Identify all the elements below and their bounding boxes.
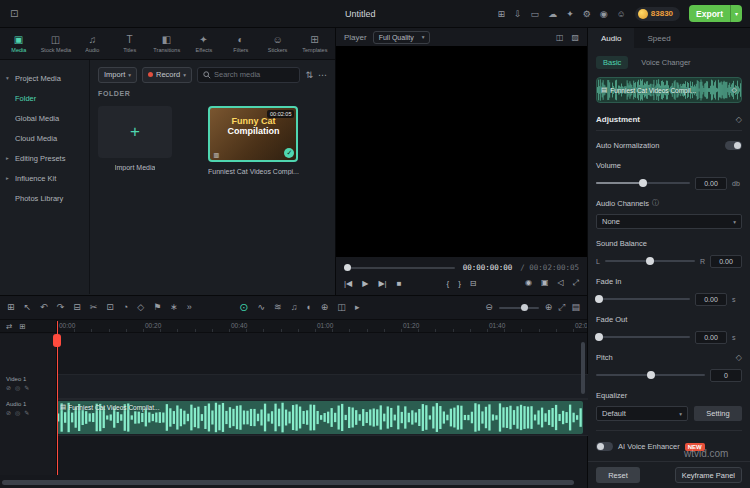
keyframe-panel-button[interactable]: Keyframe Panel [675, 467, 742, 483]
ai-voice-enhancer-toggle[interactable] [596, 442, 613, 451]
keyframe-diamond-icon[interactable]: ◇ [732, 86, 737, 94]
zoom-in-icon[interactable]: ⊕ [545, 303, 553, 312]
media-tab[interactable]: ◧ Transitions [148, 28, 185, 59]
sidebar-item[interactable]: Photos Library [0, 188, 89, 208]
snapshot-icon[interactable]: ◉ [525, 278, 532, 288]
playhead-grip[interactable] [53, 334, 61, 347]
zoom-fit-icon[interactable]: ⤢ [558, 303, 565, 312]
audio-stretch-icon[interactable]: ∿ [258, 303, 266, 312]
seek-bar[interactable] [344, 267, 455, 269]
edit-icon[interactable]: ✎ [24, 384, 29, 391]
timeline-zoom-slider[interactable] [499, 307, 539, 309]
properties-subtab[interactable]: Voice Changer [634, 56, 697, 69]
settings-icon[interactable]: ⚙ [583, 9, 591, 19]
info-icon[interactable]: ⓘ [652, 198, 659, 208]
zoom-out-icon[interactable]: ⊖ [485, 303, 493, 312]
auto-ripple-icon[interactable]: ⇄ [6, 322, 12, 331]
import-button[interactable]: Import ▾ [98, 67, 137, 83]
sidebar-item[interactable]: ▸ Influence Kit [0, 168, 89, 188]
filter-sort-icon[interactable]: ⇅ [305, 70, 313, 80]
zoom-knob[interactable] [521, 304, 528, 311]
redo-icon[interactable]: ↷ [57, 303, 65, 312]
split-icon[interactable]: ✂ [90, 303, 98, 312]
track-view-icon[interactable]: ▤ [571, 303, 580, 312]
video-track-content[interactable] [57, 374, 588, 399]
media-tab[interactable]: ◐ Filters [222, 28, 259, 59]
render-preview-icon[interactable]: ▸ [355, 303, 360, 312]
pitch-slider[interactable] [596, 374, 705, 376]
screen-record-icon[interactable]: ⊡ [0, 8, 18, 19]
slider-knob[interactable] [639, 179, 647, 187]
timeline-vertical-scrollbar[interactable] [581, 342, 585, 394]
pointer-icon[interactable]: ↖ [24, 303, 32, 312]
account-icon[interactable]: ☺ [617, 9, 626, 19]
media-clip-thumbnail[interactable]: Funny Cat Compilation 00:02:05 ▥ ✓ [208, 106, 298, 162]
fullscreen-icon[interactable]: ⤢ [573, 278, 579, 288]
import-icon[interactable]: ⇩ [514, 9, 522, 19]
sidebar-item[interactable]: Cloud Media [0, 128, 89, 148]
slider-knob[interactable] [595, 295, 603, 303]
motion-track-icon[interactable]: ⊕ [321, 303, 329, 312]
sound-balance-slider[interactable] [605, 260, 695, 262]
import-media-tile[interactable]: + [98, 106, 172, 158]
track-manager-icon[interactable]: ⊞ [19, 322, 25, 331]
search-box[interactable] [197, 67, 300, 83]
audio-channels-dropdown[interactable]: None ▾ [596, 214, 742, 229]
media-tab[interactable]: ♫ Audio [74, 28, 111, 59]
edit-icon[interactable]: ✎ [24, 409, 29, 416]
lock-icon[interactable]: ⊘ [6, 384, 11, 391]
volume-value[interactable]: 0.00 [695, 177, 727, 190]
keyframe-diamond-icon[interactable]: ◇ [736, 115, 742, 124]
sound-balance-value[interactable]: 0.00 [710, 255, 742, 268]
slider-knob[interactable] [595, 333, 603, 341]
next-frame-icon[interactable]: ▶| [378, 279, 386, 288]
more-tools-icon[interactable]: » [187, 303, 192, 312]
volume-slider[interactable] [596, 182, 690, 184]
effects-store-icon[interactable]: ✦ [566, 9, 574, 19]
message-icon[interactable]: ▭ [531, 9, 540, 19]
keyframe-icon[interactable]: ◇ [137, 303, 144, 312]
stop-icon[interactable]: ■ [397, 279, 402, 288]
speed-icon[interactable]: ◔ [123, 303, 128, 312]
keyframe-diamond-icon[interactable]: ◇ [736, 353, 742, 362]
sidebar-item[interactable]: Global Media [0, 108, 89, 128]
freeze-frame-icon[interactable]: ∗ [170, 303, 178, 312]
auto-beat-icon[interactable]: ♫ [291, 303, 298, 312]
media-tab[interactable]: ◫ Stock Media [37, 28, 74, 59]
media-tab[interactable]: T Titles [111, 28, 148, 59]
cloud-icon[interactable]: ☁ [548, 9, 557, 19]
media-tab[interactable]: ☺ Stickers [259, 28, 296, 59]
media-tab[interactable]: ▣ Media [0, 28, 37, 59]
fade-out-slider[interactable] [596, 336, 690, 338]
media-tab[interactable]: ⊞ Templates [296, 28, 333, 59]
record-button[interactable]: Record ▾ [142, 67, 192, 83]
fade-in-value[interactable]: 0.00 [695, 293, 727, 306]
play-icon[interactable]: ▶ [362, 279, 368, 288]
mark-out-icon[interactable]: } [458, 279, 461, 288]
properties-tab[interactable]: Speed [634, 28, 683, 48]
voiceover-record-icon[interactable]: ⊙ [239, 303, 248, 312]
delete-icon[interactable]: ⊟ [470, 279, 477, 288]
auto-normalization-toggle[interactable] [725, 141, 742, 150]
fade-in-slider[interactable] [596, 298, 690, 300]
equalizer-preset-dropdown[interactable]: Default ▾ [596, 406, 688, 421]
chroma-key-icon[interactable]: ◐ [306, 303, 311, 312]
properties-tab[interactable]: Audio [588, 28, 634, 48]
video-track-header[interactable]: Video 1 ⊘◎✎ [0, 374, 57, 399]
undo-icon[interactable]: ↶ [40, 303, 48, 312]
search-input[interactable] [214, 70, 294, 79]
equalizer-setting-button[interactable]: Setting [694, 406, 742, 421]
media-tab[interactable]: ✦ Effects [185, 28, 222, 59]
sidebar-item[interactable]: Folder [0, 88, 89, 108]
plugins-icon[interactable]: ⊞ [498, 9, 506, 19]
delete-icon[interactable]: ⊟ [73, 303, 81, 312]
timeline-tracks-area[interactable]: Video 1 ⊘◎✎ Audio 1 ⊘◎✎ [0, 334, 588, 475]
audio-track-header[interactable]: Audio 1 ⊘◎✎ [0, 399, 57, 436]
credits-badge[interactable]: 83830 [635, 7, 680, 21]
snap-icon[interactable]: ⊞ [7, 303, 15, 312]
visibility-icon[interactable]: ◎ [15, 409, 20, 416]
display-icon[interactable]: ▣ [541, 278, 549, 288]
denoise-icon[interactable]: ≋ [274, 303, 282, 312]
sidebar-item[interactable]: ▸ Editing Presets [0, 148, 89, 168]
export-button[interactable]: Export ▾ [689, 5, 742, 22]
